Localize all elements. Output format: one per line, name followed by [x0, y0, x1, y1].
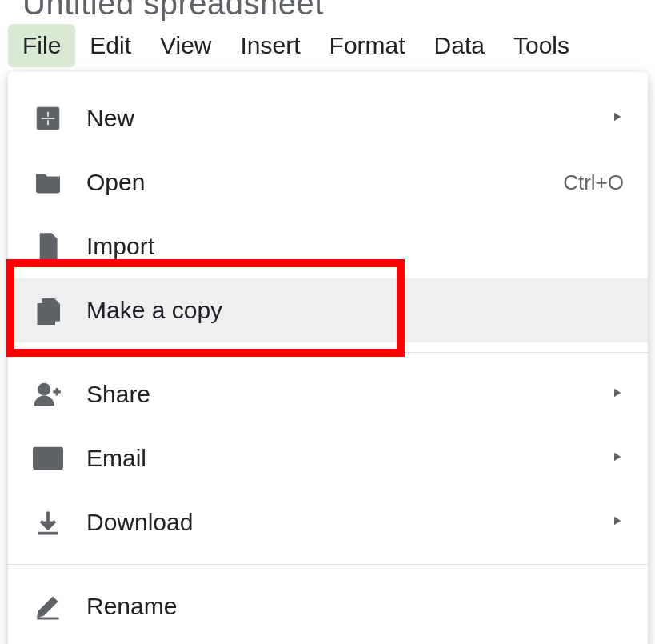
menu-file[interactable]: File [8, 24, 75, 67]
menu-item-label: Email [86, 445, 600, 472]
person-add-icon [32, 378, 64, 410]
chevron-right-icon [609, 386, 624, 403]
pencil-icon [32, 590, 64, 622]
menu-item-rename[interactable]: Rename [8, 574, 648, 638]
menu-item-label: Make a copy [86, 297, 624, 324]
menu-format[interactable]: Format [315, 24, 420, 67]
file-icon [32, 230, 64, 262]
menu-item-new[interactable]: New [8, 86, 648, 150]
menu-item-make-copy[interactable]: Make a copy [8, 278, 648, 342]
menu-item-open[interactable]: Open Ctrl+O [8, 150, 648, 214]
divider [8, 352, 648, 353]
document-title[interactable]: Untitled spreadsheet [22, 0, 324, 22]
chevron-right-icon [609, 514, 624, 531]
copy-icon [32, 294, 64, 326]
menu-item-label: Open [86, 169, 563, 196]
mail-icon [32, 442, 64, 474]
menu-item-shortcut: Ctrl+O [563, 170, 624, 195]
file-dropdown: New Open Ctrl+O Import Make a copy Share [8, 72, 648, 644]
menubar: File Edit View Insert Format Data Tools [8, 24, 584, 67]
menu-item-label: Import [86, 233, 624, 260]
menu-data[interactable]: Data [420, 24, 499, 67]
menu-view[interactable]: View [146, 24, 226, 67]
menu-item-download[interactable]: Download [8, 490, 648, 554]
menu-insert[interactable]: Insert [226, 24, 315, 67]
menu-item-import[interactable]: Import [8, 214, 648, 278]
menu-item-label: Rename [86, 593, 624, 620]
download-icon [32, 506, 64, 538]
svg-point-3 [39, 384, 50, 394]
menu-item-label: New [86, 105, 600, 132]
plus-square-icon [32, 102, 64, 134]
menu-item-share[interactable]: Share [8, 362, 648, 426]
divider [8, 564, 648, 565]
chevron-right-icon [609, 110, 624, 127]
folder-icon [32, 166, 64, 198]
menu-item-label: Download [86, 509, 600, 536]
menu-edit[interactable]: Edit [75, 24, 146, 67]
svg-rect-2 [41, 118, 55, 120]
menu-item-label: Share [86, 381, 600, 408]
chevron-right-icon [609, 450, 624, 467]
menu-tools[interactable]: Tools [499, 24, 584, 67]
menu-item-email[interactable]: Email [8, 426, 648, 490]
